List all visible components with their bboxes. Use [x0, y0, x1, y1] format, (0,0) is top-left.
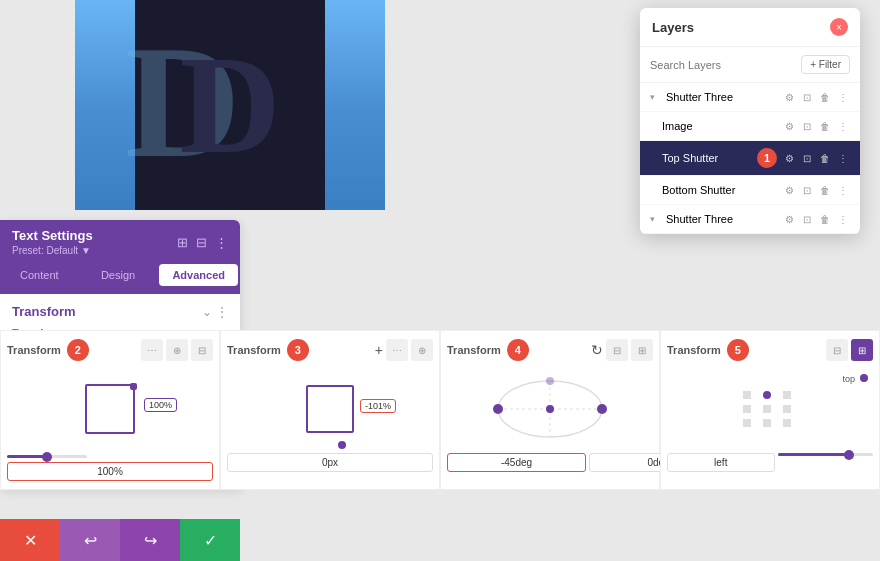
plus-icon[interactable]: +: [375, 342, 383, 358]
delete-icon[interactable]: 🗑: [818, 119, 832, 133]
origin-dot-tr[interactable]: [783, 391, 791, 399]
translate-input[interactable]: [227, 453, 433, 472]
more-icon[interactable]: ⋮: [836, 183, 850, 197]
scale-handle-vis[interactable]: [130, 383, 137, 390]
layer-item-top-shutter[interactable]: Top Shutter 1 ⚙ ⊡ 🗑 ⋮: [640, 141, 860, 176]
delete-icon[interactable]: 🗑: [818, 212, 832, 226]
layer-name: Top Shutter: [662, 152, 752, 164]
tp-icon-r2[interactable]: ⊞: [631, 339, 653, 361]
origin-slider-track[interactable]: [778, 453, 874, 456]
more-icon[interactable]: ⋮: [836, 119, 850, 133]
tp-icons-rotate: ↻ ⊟ ⊞: [591, 339, 653, 361]
translate-vis: -101%: [306, 385, 354, 433]
origin-dot-mm[interactable]: [763, 405, 771, 413]
scale-value-vis: 100%: [144, 398, 177, 412]
more-icon[interactable]: ⋮: [216, 305, 228, 319]
text-settings-preset[interactable]: Preset: Default ▼: [12, 245, 93, 256]
tp-header-rotate: Transform 4 ↻ ⊟ ⊞: [447, 339, 653, 361]
origin-dot-tm[interactable]: [763, 391, 771, 399]
reset-button[interactable]: ↩: [60, 519, 120, 561]
tp-icon-r1[interactable]: ⊟: [606, 339, 628, 361]
confirm-button[interactable]: ✓: [180, 519, 240, 561]
scale-canvas-panel: 100%: [7, 369, 213, 449]
text-settings-title: Text Settings: [12, 228, 93, 243]
scale-input[interactable]: [7, 462, 213, 481]
copy-icon[interactable]: ⊡: [800, 183, 814, 197]
rotate-icon[interactable]: ↻: [591, 342, 603, 358]
tp-inputs-rotate: [447, 453, 653, 472]
translate-canvas-panel: -101%: [227, 369, 433, 449]
tp-icon-t2[interactable]: ⊕: [411, 339, 433, 361]
origin-slider-thumb[interactable]: [844, 450, 854, 460]
origin-dot-tl[interactable]: [743, 391, 751, 399]
tp-title-scale: Transform: [7, 344, 61, 356]
gear-icon[interactable]: ⚙: [782, 183, 796, 197]
tabs-row: Content Design Advanced: [0, 264, 240, 294]
tab-content[interactable]: Content: [0, 264, 79, 286]
tab-design[interactable]: Design: [79, 264, 158, 286]
tp-icon-o2[interactable]: ⊞: [851, 339, 873, 361]
tp-icon-2[interactable]: ⊕: [166, 339, 188, 361]
copy-icon[interactable]: ⊡: [800, 151, 814, 165]
tp-icon-3[interactable]: ⊟: [191, 339, 213, 361]
scale-vis: 100%: [85, 384, 135, 434]
tab-advanced[interactable]: Advanced: [159, 264, 238, 286]
layers-close-button[interactable]: ×: [830, 18, 848, 36]
scale-slider-small[interactable]: [7, 455, 87, 458]
layers-filter-button[interactable]: + Filter: [801, 55, 850, 74]
cancel-button[interactable]: ✕: [0, 519, 60, 561]
more-icon[interactable]: ⋮: [836, 90, 850, 104]
tp-icon-o1[interactable]: ⊟: [826, 339, 848, 361]
layout-icon[interactable]: ⊞: [177, 235, 188, 250]
origin-dot-mr[interactable]: [783, 405, 791, 413]
badge-2: 2: [67, 339, 89, 361]
tp-icons-translate: + ⋯ ⊕: [375, 339, 433, 361]
origin-grid: [743, 391, 797, 427]
origin-dot-bm[interactable]: [763, 419, 771, 427]
origin-input[interactable]: [667, 453, 775, 472]
delete-icon[interactable]: 🗑: [818, 183, 832, 197]
translate-dot: [338, 441, 346, 449]
tp-icon-t1[interactable]: ⋯: [386, 339, 408, 361]
svg-point-4: [546, 405, 554, 413]
more-icon[interactable]: ⋮: [836, 151, 850, 165]
gear-icon[interactable]: ⚙: [782, 119, 796, 133]
columns-icon[interactable]: ⊟: [196, 235, 207, 250]
origin-dot-br[interactable]: [783, 419, 791, 427]
badge-1: 1: [757, 148, 777, 168]
copy-icon[interactable]: ⊡: [800, 212, 814, 226]
origin-dot-ml[interactable]: [743, 405, 751, 413]
gear-icon[interactable]: ⚙: [782, 212, 796, 226]
layer-item-shutter-three-1[interactable]: ▾ Shutter Three ⚙ ⊡ 🗑 ⋮: [640, 83, 860, 112]
layers-search-input[interactable]: [650, 59, 795, 71]
layers-panel: Layers × + Filter ▾ Shutter Three ⚙ ⊡ 🗑 …: [640, 8, 860, 234]
rotate-canvas-panel: [447, 369, 653, 449]
delete-icon[interactable]: 🗑: [818, 151, 832, 165]
tp-icons-origin: ⊟ ⊞: [826, 339, 873, 361]
transform-section-title: Transform: [12, 304, 76, 319]
tp-header-translate: Transform 3 + ⋯ ⊕: [227, 339, 433, 361]
origin-active-dot: [860, 374, 868, 382]
tp-header-scale: Transform 2 ⋯ ⊕ ⊟: [7, 339, 213, 361]
more-icon[interactable]: ⋮: [215, 235, 228, 250]
badge-5: 5: [727, 339, 749, 361]
redo-button[interactable]: ↪: [120, 519, 180, 561]
tp-header-origin: Transform 5 ⊟ ⊞: [667, 339, 873, 361]
rotate-input-x[interactable]: [447, 453, 586, 472]
more-icon[interactable]: ⋮: [836, 212, 850, 226]
copy-icon[interactable]: ⊡: [800, 90, 814, 104]
gear-icon[interactable]: ⚙: [782, 151, 796, 165]
tp-icon-1[interactable]: ⋯: [141, 339, 163, 361]
transform-panel-translate: Transform 3 + ⋯ ⊕ -101%: [220, 330, 440, 490]
svg-point-6: [546, 377, 554, 385]
copy-icon[interactable]: ⊡: [800, 119, 814, 133]
layer-item-shutter-three-2[interactable]: ▾ Shutter Three ⚙ ⊡ 🗑 ⋮: [640, 205, 860, 234]
origin-dot-bl[interactable]: [743, 419, 751, 427]
delete-icon[interactable]: 🗑: [818, 90, 832, 104]
st[interactable]: [42, 452, 52, 462]
layer-item-image[interactable]: Image ⚙ ⊡ 🗑 ⋮: [640, 112, 860, 141]
layer-item-bottom-shutter[interactable]: Bottom Shutter ⚙ ⊡ 🗑 ⋮: [640, 176, 860, 205]
collapse-icon[interactable]: ⌄: [202, 305, 212, 319]
scale-box-vis: [85, 384, 135, 434]
gear-icon[interactable]: ⚙: [782, 90, 796, 104]
